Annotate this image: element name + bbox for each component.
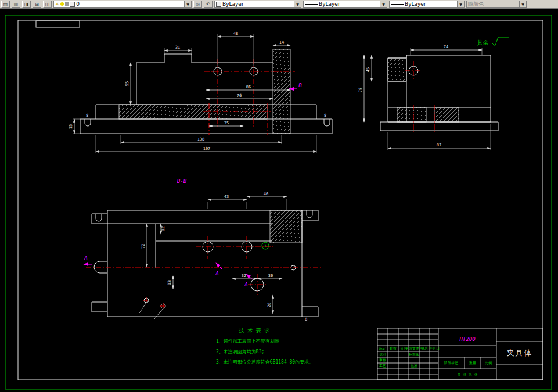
tech-req-item-3: 3、未注明形位公差应符合GB1184—80的要求。	[216, 359, 314, 365]
drawing-canvas[interactable]: 48 31 14 55 15 86 76 35 138	[0, 9, 558, 392]
tb-label-change-no: 更改文件号	[405, 346, 423, 350]
autocad-window: ▤ ▥ ◨ ⊞ ◫ ☀ 0 ▼ ◎ ↶ ByLayer ▼ ByLayer ▼ …	[0, 0, 558, 392]
tb-label-date: 年月日	[429, 346, 440, 351]
object-properties-toolbar: ▤ ▥ ◨ ⊞ ◫ ☀ 0 ▼ ◎ ↶ ByLayer ▼ ByLayer ▼ …	[0, 0, 558, 9]
surface-note-text: 其余	[477, 39, 489, 46]
section-view: B-B A	[84, 178, 323, 322]
dim-14: 14	[279, 40, 284, 45]
layer-value: 0	[76, 1, 80, 7]
section-marker-a3: A	[244, 282, 247, 287]
dim-138: 138	[197, 137, 205, 142]
tech-req-title: 技 术 要 求	[239, 328, 269, 333]
tb-label-stage: 阶段标记	[444, 361, 458, 365]
layer-states-button[interactable]: ▥	[12, 1, 20, 8]
tb-label-sheets: 共 张 第 张	[458, 372, 478, 377]
part-name: 夹具体	[507, 348, 533, 357]
surface-finish-note: 其余	[477, 37, 509, 46]
side-view: 74 87 45 78	[358, 45, 498, 150]
section-marker-a1: A	[84, 255, 87, 261]
lineweight-value: ByLayer	[405, 1, 426, 7]
title-block: HT200 夹具体 标记 处数 分区 更改文件号 签名 年月日 设计 标准化 审…	[377, 328, 543, 380]
dim-48: 48	[233, 31, 238, 36]
layer-off-button[interactable]: ◫	[43, 1, 52, 8]
dim-28: 28	[267, 303, 272, 307]
plot-style-dropdown: 随颜色 ▼	[466, 1, 527, 8]
tb-label-approve: 批准	[411, 364, 417, 368]
dim-46: 46	[264, 192, 268, 196]
plot-style-value: 随颜色	[468, 1, 484, 8]
dim-78: 78	[358, 88, 363, 92]
front-view: 48 31 14 55 15 86 76 35 138	[69, 31, 332, 153]
linetype-dropdown[interactable]: ByLayer ▼	[303, 1, 387, 8]
dim-8-right: 8	[324, 113, 326, 118]
dim-72: 72	[141, 244, 146, 249]
linetype-sample-icon	[305, 4, 318, 5]
dim-15: 15	[69, 124, 73, 129]
color-dropdown[interactable]: ByLayer ▼	[214, 1, 301, 8]
dim-31: 31	[175, 45, 180, 50]
tb-label-mark: 标记	[379, 346, 386, 351]
layer-color-swatch	[70, 2, 75, 7]
dim-30: 30	[268, 274, 273, 278]
tb-label-standard: 标准化	[408, 352, 419, 357]
dim-43: 43	[224, 195, 229, 199]
chevron-down-icon[interactable]: ▼	[457, 1, 464, 7]
tb-label-weight: 重量	[469, 361, 476, 365]
dim-32: 32	[242, 274, 246, 278]
layer-thaw-icon	[60, 2, 64, 6]
section-label: B-B	[177, 178, 187, 184]
datum-a: A	[264, 244, 267, 248]
tb-label-process: 工艺	[379, 364, 386, 368]
color-value: ByLayer	[222, 1, 244, 7]
dim-87: 87	[437, 143, 441, 148]
dim-76: 76	[237, 93, 242, 98]
lineweight-sample-icon	[391, 4, 404, 5]
chevron-down-icon: ▼	[519, 1, 526, 7]
current-color-swatch	[216, 2, 221, 7]
layer-previous-button[interactable]: ↶	[204, 1, 213, 8]
tech-requirements: 技 术 要 求 1、铸件加工表面上不应有划痕 2、未注明圆角均为R3; 3、未注…	[216, 328, 314, 365]
make-object-layer-current-button[interactable]: ◎	[193, 1, 202, 8]
dim-197: 197	[203, 146, 211, 151]
chevron-down-icon[interactable]: ▼	[184, 1, 191, 7]
dim-8: 8	[305, 317, 307, 322]
tb-label-count: 处数	[389, 346, 397, 351]
layer-isolate-button[interactable]: ◨	[22, 1, 31, 8]
dim-74: 74	[444, 45, 448, 49]
layer-dropdown[interactable]: ☀ 0 ▼	[53, 1, 192, 8]
layer-on-icon: ☀	[55, 2, 59, 7]
tech-req-item-2: 2、未注明圆角均为R3;	[216, 349, 264, 354]
chevron-down-icon[interactable]: ▼	[294, 1, 301, 7]
dim-12: 12	[161, 226, 165, 231]
dim-8-left: 8	[86, 113, 88, 118]
tb-label-scale: 比例	[485, 361, 492, 365]
section-marker-a2: A	[215, 271, 218, 276]
roughness-symbol-icon	[492, 37, 509, 46]
dim-13: 13	[167, 280, 172, 285]
material-value: HT200	[459, 336, 475, 342]
linetype-value: ByLayer	[319, 1, 340, 7]
tb-label-check: 审核	[379, 358, 386, 362]
section-marker-b: B	[298, 82, 302, 88]
dim-35: 35	[224, 121, 229, 125]
layer-freeze-button[interactable]: ⊞	[33, 1, 41, 8]
lineweight-dropdown[interactable]: ByLayer ▼	[389, 1, 465, 8]
dim-55: 55	[125, 81, 129, 86]
tb-label-design: 设计	[379, 352, 386, 356]
tb-label-sign: 签名	[421, 346, 428, 351]
dim-86: 86	[246, 85, 251, 89]
chevron-down-icon[interactable]: ▼	[380, 1, 387, 7]
layer-lock-icon	[65, 2, 69, 6]
layer-properties-manager-button[interactable]: ▤	[1, 1, 10, 8]
dim-45: 45	[366, 67, 370, 72]
tech-req-item-1: 1、铸件加工表面上不应有划痕	[216, 339, 279, 344]
